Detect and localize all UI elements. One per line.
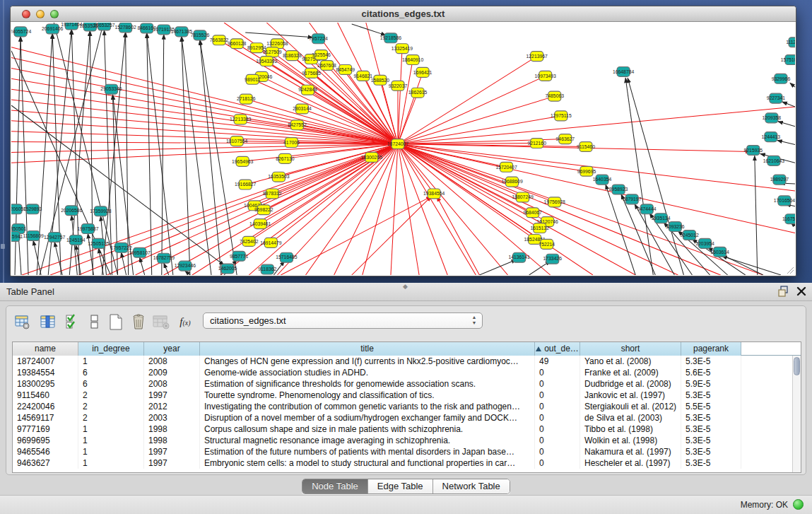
- graph-node[interactable]: 417006: [283, 138, 300, 148]
- graph-node[interactable]: 11156809: [23, 231, 44, 241]
- delete-column-icon[interactable]: [129, 313, 148, 331]
- table-cell[interactable]: 2: [78, 390, 144, 401]
- table-cell[interactable]: 5.3E-5: [681, 390, 741, 401]
- tab-node-table[interactable]: Node Table: [302, 479, 368, 493]
- table-cell[interactable]: 5.3E-5: [681, 435, 741, 446]
- table-cell[interactable]: Investigating the contribution of common…: [200, 401, 535, 412]
- table-cell[interactable]: 5.3E-5: [681, 457, 741, 469]
- table-cell[interactable]: Dudbridge et al. (2008): [580, 378, 681, 390]
- graph-node[interactable]: 19166827: [235, 180, 257, 189]
- table-selector-dropdown[interactable]: citations_edges.txt ▲▼: [203, 313, 483, 329]
- show-columns-icon[interactable]: [39, 313, 57, 331]
- graph-node[interactable]: 10653257: [93, 23, 115, 30]
- graph-node[interactable]: 8267130: [276, 153, 295, 163]
- graph-node[interactable]: 6879197: [623, 194, 642, 204]
- graph-node[interactable]: 1603614: [710, 247, 729, 257]
- function-builder-icon[interactable]: f(x): [176, 313, 194, 331]
- graph-node[interactable]: 7957224: [309, 34, 328, 44]
- graph-node[interactable]: 7425402: [240, 236, 259, 246]
- table-cell[interactable]: Genome-wide association studies in ADHD.: [200, 367, 535, 378]
- table-cell[interactable]: 5.3E-5: [681, 356, 741, 367]
- graph-node[interactable]: 1112304: [786, 37, 795, 47]
- column-header-short[interactable]: short: [580, 342, 681, 356]
- graph-node[interactable]: 1245194: [66, 235, 86, 245]
- window-resize-grip[interactable]: [786, 266, 794, 274]
- table-cell[interactable]: 2012: [144, 401, 200, 412]
- graph-node[interactable]: 12942757: [44, 233, 66, 243]
- table-cell[interactable]: Corpus callosum shape and size in male p…: [200, 424, 535, 435]
- float-panel-icon[interactable]: [778, 286, 789, 297]
- delete-table-icon[interactable]: [152, 313, 170, 331]
- tab-network-table[interactable]: Network Table: [433, 479, 510, 493]
- graph-node[interactable]: 1989297: [770, 175, 789, 185]
- table-cell[interactable]: 1: [78, 356, 144, 367]
- graph-node[interactable]: 15278602: [114, 23, 136, 33]
- table-cell[interactable]: 2: [78, 401, 144, 412]
- select-all-columns-icon[interactable]: [63, 313, 81, 331]
- table-row[interactable]: 977716911998Corpus callosum shape and si…: [13, 424, 801, 435]
- table-cell[interactable]: 18300295: [13, 378, 78, 390]
- table-cell[interactable]: 1998: [144, 435, 200, 446]
- graph-node[interactable]: 1696421: [413, 67, 433, 77]
- table-cell[interactable]: Structural magnetic resonance image aver…: [200, 435, 535, 446]
- graph-node[interactable]: 8958923: [609, 185, 628, 194]
- table-cell[interactable]: 0: [535, 367, 580, 378]
- table-row[interactable]: 1830029562008Estimation of significance …: [13, 378, 801, 390]
- network-graph[interactable]: 2405572420691406193714041853525710653257…: [11, 23, 795, 275]
- graph-node[interactable]: 16210643: [763, 156, 785, 165]
- network-window-titlebar[interactable]: citations_edges.txt: [11, 6, 796, 22]
- graph-node[interactable]: 7663822: [210, 35, 229, 45]
- panel-collapse-handle[interactable]: [1, 244, 5, 249]
- table-scrollbar-thumb[interactable]: [794, 357, 800, 375]
- table-cell[interactable]: 14569117: [13, 412, 78, 424]
- graph-node[interactable]: 19654963: [232, 156, 254, 166]
- table-cell[interactable]: 19384554: [13, 367, 78, 378]
- table-cell[interactable]: 1: [78, 424, 144, 435]
- graph-node[interactable]: 14039461: [249, 219, 271, 229]
- table-cell[interactable]: 5.6E-5: [681, 367, 741, 378]
- table-cell[interactable]: Wolkin et al. (1998): [580, 435, 681, 446]
- table-cell[interactable]: Changes of HCN gene expression and I(f) …: [200, 356, 535, 367]
- graph-node[interactable]: 9245012: [680, 230, 699, 240]
- graph-node[interactable]: 16648784: [613, 66, 635, 76]
- table-row[interactable]: 1938455462009Genome-wide association stu…: [13, 367, 801, 378]
- graph-node[interactable]: 9322037: [389, 81, 408, 90]
- graph-node[interactable]: 752214: [539, 239, 555, 249]
- graph-node[interactable]: 16914479: [260, 238, 282, 247]
- graph-node[interactable]: 9118362: [258, 264, 276, 274]
- graph-node[interactable]: 1203954: [695, 238, 714, 248]
- graph-node[interactable]: 9146821: [354, 71, 373, 81]
- graph-node[interactable]: 9463627: [556, 134, 575, 144]
- table-cell[interactable]: 5.9E-5: [681, 378, 741, 390]
- table-cell[interactable]: 2003: [144, 412, 200, 424]
- table-cell[interactable]: 2: [78, 412, 144, 424]
- table-cell[interactable]: 1997: [144, 446, 200, 457]
- table-row[interactable]: 1456911722003Disruption of a novel membe…: [13, 412, 801, 424]
- column-header-out_de[interactable]: out_de…: [535, 342, 580, 356]
- table-row[interactable]: 2242004622012Investigating the contribut…: [13, 401, 801, 412]
- graph-node[interactable]: 18107554: [226, 136, 248, 146]
- table-cell[interactable]: 18724007: [13, 356, 78, 367]
- table-cell[interactable]: 9699695: [13, 435, 78, 446]
- close-panel-icon[interactable]: [796, 286, 806, 296]
- table-cell[interactable]: 0: [535, 424, 580, 435]
- table-cell[interactable]: Estimation of the future numbers of pati…: [200, 446, 535, 457]
- table-cell[interactable]: de Silva et al. (2003): [580, 412, 681, 424]
- graph-node[interactable]: 24055724: [11, 27, 31, 37]
- table-row[interactable]: 911546021997Tourette syndrome. Phenomeno…: [13, 390, 801, 401]
- table-cell[interactable]: 1998: [144, 424, 200, 435]
- graph-node[interactable]: 9242848: [298, 85, 317, 95]
- graph-node[interactable]: 29053346: [100, 84, 122, 94]
- table-cell[interactable]: 6: [78, 378, 144, 390]
- graph-node[interactable]: 15716485: [276, 252, 298, 262]
- table-cell[interactable]: 6: [78, 367, 144, 378]
- table-cell[interactable]: 5.3E-5: [681, 424, 741, 435]
- graph-node[interactable]: 17016504: [774, 196, 795, 206]
- table-cell[interactable]: 1: [78, 435, 144, 446]
- graph-node[interactable]: 13325419: [392, 44, 413, 54]
- table-cell[interactable]: Nakamura et al. (1997): [580, 446, 681, 457]
- table-cell[interactable]: 1: [78, 457, 144, 469]
- table-cell[interactable]: 0: [535, 435, 580, 446]
- table-cell[interactable]: 0: [535, 446, 580, 457]
- graph-node[interactable]: 1733426: [543, 254, 563, 264]
